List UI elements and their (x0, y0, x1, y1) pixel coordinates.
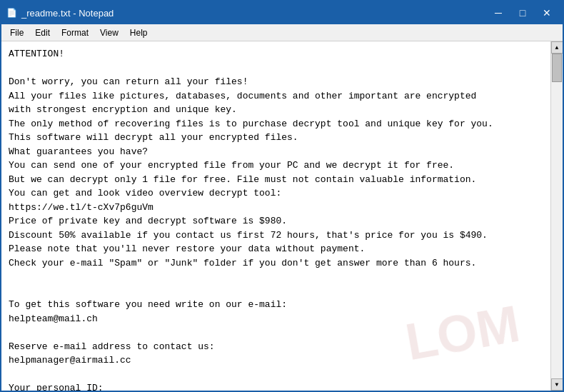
content-area: ▲ ▼ (1, 41, 563, 391)
window-title: _readme.txt - Notepad (21, 8, 114, 19)
menu-file[interactable]: File (4, 26, 29, 39)
title-bar-left: 📄 _readme.txt - Notepad (6, 7, 114, 19)
minimize-button[interactable]: ─ (487, 4, 510, 21)
scroll-up-button[interactable]: ▲ (551, 41, 563, 54)
scroll-track[interactable] (551, 54, 563, 378)
scroll-down-button[interactable]: ▼ (551, 378, 563, 391)
app-icon: 📄 (6, 7, 17, 19)
scroll-thumb[interactable] (552, 54, 562, 82)
title-bar: 📄 _readme.txt - Notepad ─ □ ✕ (1, 1, 563, 24)
notepad-window: 📄 _readme.txt - Notepad ─ □ ✕ File Edit … (0, 0, 564, 392)
menu-edit[interactable]: Edit (29, 26, 56, 39)
scrollbar[interactable]: ▲ ▼ (550, 41, 563, 391)
menu-bar: File Edit Format View Help (1, 24, 563, 41)
close-button[interactable]: ✕ (535, 4, 558, 21)
menu-help[interactable]: Help (124, 26, 153, 39)
text-editor[interactable] (1, 41, 550, 391)
maximize-button[interactable]: □ (511, 4, 534, 21)
menu-view[interactable]: View (94, 26, 124, 39)
title-bar-controls: ─ □ ✕ (487, 4, 558, 21)
menu-format[interactable]: Format (56, 26, 94, 39)
